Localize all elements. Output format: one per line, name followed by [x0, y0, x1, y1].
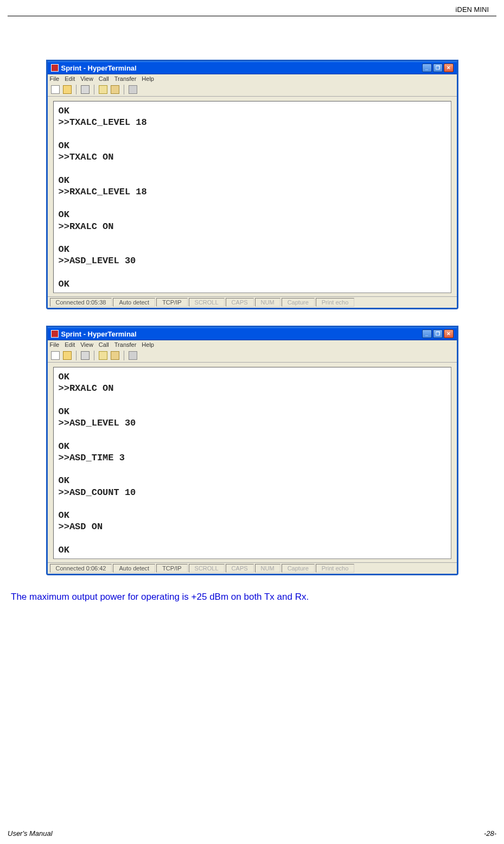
- product-name: iDEN MINI: [456, 5, 489, 14]
- status-connected: Connected 0:06:42: [50, 564, 112, 573]
- toolbar: [48, 349, 457, 363]
- menu-view[interactable]: View: [80, 341, 93, 348]
- app-icon: [51, 64, 59, 72]
- status-printecho: Print echo: [316, 564, 355, 573]
- status-autodetect: Auto detect: [113, 298, 155, 307]
- titlebar[interactable]: Sprint - HyperTerminal _ ❐ ✕: [48, 327, 457, 340]
- menu-call[interactable]: Call: [99, 341, 109, 348]
- status-caps: CAPS: [226, 298, 254, 307]
- separator-icon: [76, 85, 76, 94]
- statusbar: Connected 0:06:42 Auto detect TCP/IP SCR…: [48, 562, 457, 574]
- disconnect-icon[interactable]: [111, 85, 119, 94]
- minimize-button[interactable]: _: [422, 329, 432, 338]
- status-caps: CAPS: [226, 564, 254, 573]
- menu-help[interactable]: Help: [142, 75, 154, 82]
- app-icon: [51, 330, 59, 338]
- separator-icon: [76, 351, 76, 360]
- window-controls: _ ❐ ✕: [422, 64, 454, 72]
- call-icon[interactable]: [99, 85, 107, 94]
- new-icon[interactable]: [51, 85, 60, 94]
- footer-page: -28-: [484, 829, 496, 837]
- status-connected: Connected 0:05:38: [50, 298, 112, 307]
- maximize-button[interactable]: ❐: [433, 329, 443, 338]
- save-icon[interactable]: [81, 351, 90, 360]
- menu-transfer[interactable]: Transfer: [114, 341, 137, 348]
- menu-edit[interactable]: Edit: [65, 75, 75, 82]
- open-icon[interactable]: [63, 351, 72, 360]
- menu-transfer[interactable]: Transfer: [114, 75, 137, 82]
- hyperterminal-window-1: Sprint - HyperTerminal _ ❐ ✕ File Edit V…: [46, 60, 458, 309]
- terminal-output[interactable]: OK >>TXALC_LEVEL 18 OK >>TXALC ON OK >>R…: [54, 102, 450, 292]
- maximize-button[interactable]: ❐: [433, 64, 443, 72]
- titlebar[interactable]: Sprint - HyperTerminal _ ❐ ✕: [48, 61, 457, 74]
- page-footer: User's Manual -28-: [8, 829, 496, 837]
- disconnect-icon[interactable]: [111, 351, 119, 360]
- status-capture: Capture: [282, 564, 315, 573]
- menu-help[interactable]: Help: [142, 341, 154, 348]
- properties-icon[interactable]: [129, 85, 137, 94]
- status-protocol: TCP/IP: [156, 564, 187, 573]
- toolbar: [48, 83, 457, 97]
- menubar: File Edit View Call Transfer Help: [48, 74, 457, 83]
- caption: The maximum output power for operating i…: [11, 592, 466, 602]
- page-header: iDEN MINI: [8, 0, 496, 16]
- terminal-output[interactable]: OK >>RXALC ON OK >>ASD_LEVEL 30 OK >>ASD…: [54, 368, 450, 558]
- separator-icon: [124, 85, 124, 94]
- open-icon[interactable]: [63, 85, 72, 94]
- terminal-frame: OK >>TXALC_LEVEL 18 OK >>TXALC ON OK >>R…: [53, 101, 451, 293]
- menu-call[interactable]: Call: [99, 75, 109, 82]
- titlebar-left: Sprint - HyperTerminal: [51, 64, 137, 72]
- window-title: Sprint - HyperTerminal: [61, 330, 137, 338]
- menu-view[interactable]: View: [80, 75, 93, 82]
- status-scroll: SCROLL: [189, 564, 225, 573]
- status-scroll: SCROLL: [189, 298, 225, 307]
- titlebar-left: Sprint - HyperTerminal: [51, 330, 137, 338]
- status-num: NUM: [255, 298, 280, 307]
- statusbar: Connected 0:05:38 Auto detect TCP/IP SCR…: [48, 296, 457, 308]
- footer-manual: User's Manual: [8, 829, 53, 837]
- status-printecho: Print echo: [316, 298, 355, 307]
- properties-icon[interactable]: [129, 351, 137, 360]
- terminal-container: OK >>TXALC_LEVEL 18 OK >>TXALC ON OK >>R…: [48, 97, 457, 296]
- menu-edit[interactable]: Edit: [65, 341, 75, 348]
- close-button[interactable]: ✕: [444, 329, 454, 338]
- terminal-container: OK >>RXALC ON OK >>ASD_LEVEL 30 OK >>ASD…: [48, 363, 457, 562]
- call-icon[interactable]: [99, 351, 107, 360]
- menu-file[interactable]: File: [50, 75, 60, 82]
- separator-icon: [94, 85, 94, 94]
- status-autodetect: Auto detect: [113, 564, 155, 573]
- separator-icon: [124, 351, 124, 360]
- save-icon[interactable]: [81, 85, 90, 94]
- minimize-button[interactable]: _: [422, 64, 432, 72]
- status-protocol: TCP/IP: [156, 298, 187, 307]
- menu-file[interactable]: File: [50, 341, 60, 348]
- new-icon[interactable]: [51, 351, 60, 360]
- separator-icon: [94, 351, 94, 360]
- status-num: NUM: [255, 564, 280, 573]
- status-capture: Capture: [282, 298, 315, 307]
- close-button[interactable]: ✕: [444, 64, 454, 72]
- window-title: Sprint - HyperTerminal: [61, 64, 137, 72]
- hyperterminal-window-2: Sprint - HyperTerminal _ ❐ ✕ File Edit V…: [46, 326, 458, 575]
- page-content: Sprint - HyperTerminal _ ❐ ✕ File Edit V…: [0, 16, 504, 602]
- terminal-frame: OK >>RXALC ON OK >>ASD_LEVEL 30 OK >>ASD…: [53, 367, 451, 559]
- menubar: File Edit View Call Transfer Help: [48, 340, 457, 349]
- window-controls: _ ❐ ✕: [422, 329, 454, 338]
